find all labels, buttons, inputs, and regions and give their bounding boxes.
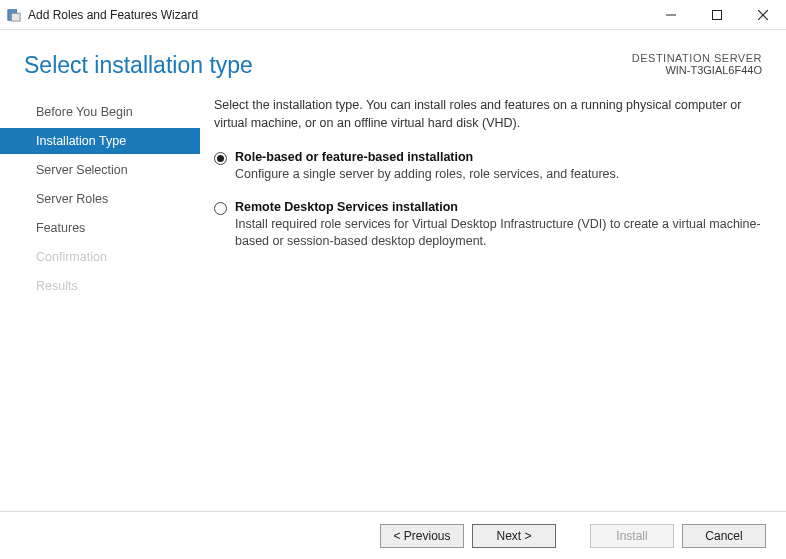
next-button[interactable]: Next >	[472, 524, 556, 548]
destination-label: DESTINATION SERVER	[632, 52, 762, 64]
sidebar-item-installation-type[interactable]: Installation Type	[0, 128, 200, 154]
sidebar-item-results: Results	[0, 273, 200, 299]
sidebar-item-server-roles[interactable]: Server Roles	[0, 186, 200, 212]
window-controls	[648, 0, 786, 29]
maximize-button[interactable]	[694, 0, 740, 29]
option-desc: Install required role services for Virtu…	[235, 216, 762, 251]
page-title: Select installation type	[24, 52, 632, 79]
sidebar: Before You Begin Installation Type Serve…	[0, 97, 200, 499]
radio-remote-desktop[interactable]	[214, 202, 227, 215]
intro-text: Select the installation type. You can in…	[214, 97, 762, 132]
sidebar-item-before-you-begin[interactable]: Before You Begin	[0, 99, 200, 125]
app-icon	[6, 7, 22, 23]
header: Select installation type DESTINATION SER…	[0, 30, 786, 79]
window-title: Add Roles and Features Wizard	[28, 8, 648, 22]
titlebar: Add Roles and Features Wizard	[0, 0, 786, 30]
option-title: Role-based or feature-based installation	[235, 150, 619, 164]
option-title: Remote Desktop Services installation	[235, 200, 762, 214]
minimize-button[interactable]	[648, 0, 694, 29]
option-text: Role-based or feature-based installation…	[235, 150, 619, 184]
sidebar-item-confirmation: Confirmation	[0, 244, 200, 270]
destination-server: WIN-T3GIAL6F44O	[632, 64, 762, 76]
svg-rect-3	[713, 10, 722, 19]
footer: < Previous Next > Install Cancel	[0, 511, 786, 559]
option-text: Remote Desktop Services installation Ins…	[235, 200, 762, 251]
content: Select the installation type. You can in…	[200, 97, 786, 499]
svg-rect-1	[11, 13, 20, 21]
install-button: Install	[590, 524, 674, 548]
radio-role-based[interactable]	[214, 152, 227, 165]
option-role-based[interactable]: Role-based or feature-based installation…	[214, 150, 762, 184]
cancel-button[interactable]: Cancel	[682, 524, 766, 548]
close-button[interactable]	[740, 0, 786, 29]
option-remote-desktop[interactable]: Remote Desktop Services installation Ins…	[214, 200, 762, 251]
option-desc: Configure a single server by adding role…	[235, 166, 619, 184]
body: Before You Begin Installation Type Serve…	[0, 79, 786, 499]
destination-block: DESTINATION SERVER WIN-T3GIAL6F44O	[632, 52, 762, 76]
sidebar-item-features[interactable]: Features	[0, 215, 200, 241]
previous-button[interactable]: < Previous	[380, 524, 464, 548]
sidebar-item-server-selection[interactable]: Server Selection	[0, 157, 200, 183]
